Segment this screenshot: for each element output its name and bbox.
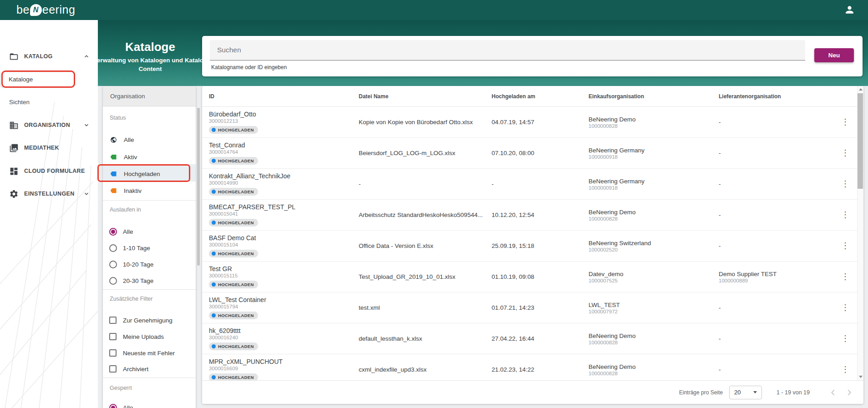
organisation-filter-select[interactable]: Organisation xyxy=(103,86,196,106)
locked-filter-alle[interactable]: Alle xyxy=(103,401,196,408)
table-row[interactable]: Test GR 3000015115 HOCHGELADEN Test_Uplo… xyxy=(202,262,863,292)
filter-archiviert[interactable]: Archiviert xyxy=(103,363,196,375)
row-menu-button[interactable]: ⋮ xyxy=(839,211,851,219)
checkbox-label: Archiviert xyxy=(123,366,148,373)
scroll-down-arrow[interactable] xyxy=(858,374,863,380)
purchase-org-id: 1000007972 xyxy=(589,309,719,314)
table-header-row: ID Datei Name Hochgeladen am Einkaufsorg… xyxy=(202,86,863,107)
status-option-label: Inaktiv xyxy=(124,187,142,194)
column-header-lieferantenorganisation: Lieferantenorganisation xyxy=(719,93,839,100)
row-menu-button[interactable]: ⋮ xyxy=(839,303,851,312)
sidebar-item-cloud-formulare[interactable]: CLOUD FORMULARE xyxy=(0,163,98,179)
filter-zur-genehmigung[interactable]: Zur Genehmigung xyxy=(103,314,196,327)
next-page-button[interactable] xyxy=(844,388,854,398)
sidebar-item-kataloge[interactable]: Kataloge xyxy=(1,72,74,86)
status-filter-aktiv[interactable]: Aktiv xyxy=(103,151,196,163)
per-page-value: 20 xyxy=(734,389,741,396)
catalog-id-cell: Test_Conrad 3000014764 HOCHGELADEN xyxy=(209,141,359,165)
sidebar-item-label: ORGANISATION xyxy=(24,122,70,128)
sidebar-item-label: KATALOG xyxy=(24,53,53,60)
file-name-cell: test.xml xyxy=(359,304,492,311)
page-header: Kataloge Verwaltung von Katalogen und Ka… xyxy=(90,40,210,74)
catalog-name: hk_6209tttt xyxy=(209,327,359,334)
sidebar-item-sichten[interactable]: Sichten xyxy=(9,99,30,106)
scroll-up-arrow[interactable] xyxy=(858,86,863,92)
catalog-table-card: ID Datei Name Hochgeladen am Einkaufsorg… xyxy=(202,86,863,404)
expire-option-label: 20-30 Tage xyxy=(123,277,153,284)
folder-icon xyxy=(9,52,19,61)
new-catalog-button[interactable]: Neu xyxy=(814,48,854,62)
prev-page-button[interactable] xyxy=(828,388,838,398)
expire-filter-1-10[interactable]: 1-10 Tage xyxy=(103,242,196,254)
status-dot-icon xyxy=(212,344,216,348)
sidebar-item-organisation[interactable]: ORGANISATION xyxy=(0,117,98,133)
filter-neueste-mit-fehler[interactable]: Neueste mit Fehler xyxy=(103,347,196,359)
radio-icon xyxy=(109,244,117,252)
expire-filter-10-20[interactable]: 10-20 Tage xyxy=(103,258,196,271)
catalog-name: Test_Conrad xyxy=(209,141,359,149)
table-row[interactable]: BMECAT_PARSER_TEST_PL 3000015041 HOCHGEL… xyxy=(202,200,863,231)
supplier-org-name: - xyxy=(719,304,839,311)
organisation-filter-label: Organisation xyxy=(110,93,145,100)
supplier-org-name: - xyxy=(719,212,839,218)
table-scrollbar[interactable] xyxy=(857,86,863,380)
row-menu-button[interactable]: ⋮ xyxy=(839,242,851,250)
search-input[interactable]: Suchen xyxy=(210,40,805,60)
pagination-range: 1 - 19 von 19 xyxy=(777,389,810,396)
purchase-org-cell: BeNeering Switzerland 1000002520 xyxy=(589,240,719,252)
purchase-org-cell: LWL_TEST 1000007972 xyxy=(589,302,719,314)
status-filter-alle[interactable]: Alle xyxy=(103,133,196,146)
gear-icon xyxy=(9,189,19,199)
table-row[interactable]: Kontrakt_Allianz_TechnikJoe 3000014990 H… xyxy=(202,169,863,200)
row-menu-button[interactable]: ⋮ xyxy=(839,180,851,188)
status-filter-hochgeladen[interactable]: Hochgeladen xyxy=(103,167,196,180)
expire-option-label: 1-10 Tage xyxy=(123,245,150,252)
row-menu-button[interactable]: ⋮ xyxy=(839,272,851,281)
catalog-id-cell: BASF Demo Cat 3000015104 HOCHGELADEN xyxy=(209,234,359,257)
purchase-org-name: BeNeering Germany xyxy=(589,178,719,185)
row-menu-button[interactable]: ⋮ xyxy=(839,118,851,126)
sidebar-item-katalog[interactable]: KATALOG xyxy=(0,48,98,65)
expire-filter-20-30[interactable]: 20-30 Tage xyxy=(103,274,196,287)
catalog-name: Test GR xyxy=(209,265,359,272)
status-badge: HOCHGELADEN xyxy=(209,126,258,134)
purchase-org-id: 1000007525 xyxy=(589,278,719,283)
logo-text-suffix: eering xyxy=(42,3,76,16)
catalog-number: 3000014764 xyxy=(209,149,359,155)
catalog-id-cell: hk_6209tttt 3000016240 HOCHGELADEN xyxy=(209,327,359,350)
catalog-number: 3000015041 xyxy=(209,211,359,217)
globe-icon xyxy=(109,136,117,143)
table-row[interactable]: Bürobedarf_Otto 3000012213 HOCHGELADEN K… xyxy=(202,107,863,138)
filter-meine-uploads[interactable]: Meine Uploads xyxy=(103,330,196,343)
purchase-org-id: 1000000828 xyxy=(589,371,719,376)
sidebar-item-label: CLOUD FORMULARE xyxy=(24,168,85,174)
table-row[interactable]: LWL_Test Container 3000015794 HOCHGELADE… xyxy=(202,292,863,323)
table-scrollbar-thumb[interactable] xyxy=(858,93,863,189)
purchase-org-id: 1000000918 xyxy=(589,154,719,160)
per-page-select[interactable]: 20 xyxy=(729,386,762,399)
row-menu-button[interactable]: ⋮ xyxy=(839,149,851,157)
radio-icon xyxy=(109,277,117,285)
status-filter-inaktiv[interactable]: Inaktiv xyxy=(103,184,196,197)
row-menu-button[interactable]: ⋮ xyxy=(839,365,851,373)
table-row[interactable]: Test_Conrad 3000014764 HOCHGELADEN Beier… xyxy=(202,138,863,169)
catalog-name: Kontrakt_Allianz_TechnikJoe xyxy=(209,172,359,180)
sidebar-item-einstellungen[interactable]: EINSTELLUNGEN xyxy=(0,186,98,202)
table-row[interactable]: hk_6209tttt 3000016240 HOCHGELADEN defau… xyxy=(202,323,863,354)
locked-option-label: Alle xyxy=(123,404,133,408)
sidebar-item-label: Sichten xyxy=(9,99,30,106)
status-option-label: Aktiv xyxy=(124,154,137,161)
file-name-cell: default_lessthan_k.xlsx xyxy=(359,335,492,342)
brand-logo[interactable]: beNeering xyxy=(16,3,75,16)
user-account-icon[interactable] xyxy=(844,4,855,15)
catalog-number: 3000015794 xyxy=(209,304,359,309)
sidebar-item-mediathek[interactable]: MEDIATHEK xyxy=(0,140,98,156)
filter-scrollbar-thumb[interactable] xyxy=(197,108,200,266)
supplier-org-name: - xyxy=(719,150,839,156)
expire-filter-alle[interactable]: Alle xyxy=(103,225,196,238)
tag-icon-inaktiv xyxy=(109,188,117,193)
row-menu-button[interactable]: ⋮ xyxy=(839,334,851,343)
table-row[interactable]: BASF Demo Cat 3000015104 HOCHGELADEN Off… xyxy=(202,231,863,262)
catalog-name: Bürobedarf_Otto xyxy=(209,111,359,118)
tag-icon-aktiv xyxy=(109,155,117,160)
